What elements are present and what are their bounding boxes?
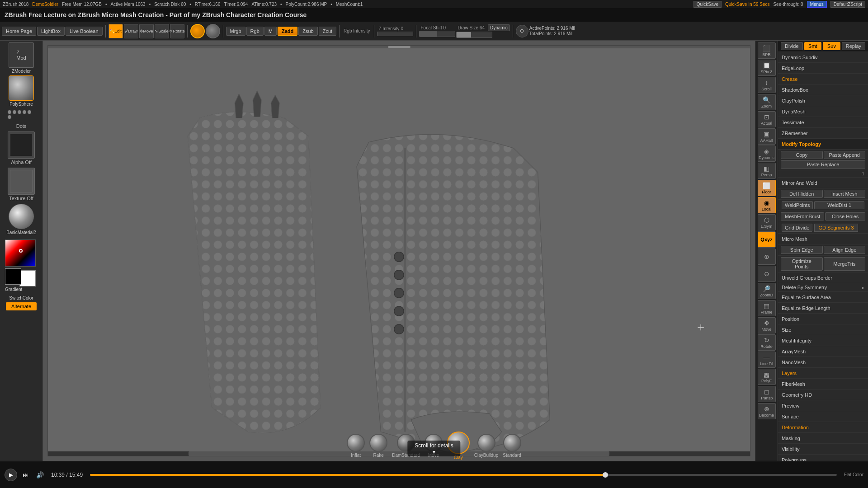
optimize-points-button[interactable]: Optimize Points [781, 257, 823, 271]
dynamesh-item[interactable]: DynaMesh [778, 106, 868, 117]
masking-item[interactable]: Masking [778, 433, 868, 444]
actual-button[interactable]: ⊡ Actual [758, 111, 776, 127]
rotate-button[interactable]: ↻ Rotate [170, 24, 184, 38]
rgb-button[interactable]: Rgb [246, 27, 264, 36]
micro-mesh-item[interactable]: Micro Mesh [778, 234, 868, 244]
fiber-mesh-item[interactable]: FiberMesh [778, 379, 868, 389]
merge-tris-button[interactable]: MergeTris [824, 257, 866, 271]
become-button[interactable]: ⊛ Become [758, 403, 776, 419]
surface-item[interactable]: Surface [778, 411, 868, 422]
copy-button[interactable]: Copy [781, 151, 823, 159]
mirror-and-weld-item[interactable]: Mirror And Weld [778, 178, 868, 188]
top-overlay-thumb[interactable] [388, 46, 410, 48]
default-zscript-button[interactable]: DefaultZScript [830, 1, 865, 8]
material-mode-circle[interactable] [206, 24, 220, 38]
polyf-button[interactable]: ▩ PolyF [758, 369, 776, 385]
grid-divide-button[interactable]: Grid Divide [782, 224, 812, 232]
qxyz-button[interactable]: Qxyz [758, 231, 776, 248]
texture-off-section[interactable]: Texture Off [8, 168, 35, 202]
tessimate-item[interactable]: Tessimate [778, 117, 868, 128]
color-gradient[interactable] [5, 239, 36, 267]
paste-append-button[interactable]: Paste Append [824, 151, 866, 159]
menus-button[interactable]: Menus [807, 1, 827, 8]
spix-button[interactable]: 🔲 SPix 3 [758, 60, 776, 76]
lightbox-button[interactable]: LightBox [37, 27, 65, 36]
polysphere-tool[interactable]: PolySphere [3, 75, 39, 107]
move-vtool-button[interactable]: ✥ Move [758, 317, 776, 333]
m-button[interactable]: M [264, 27, 277, 36]
dynamic-vtool-button[interactable]: ◈ Dynamic [758, 145, 776, 162]
position-item[interactable]: Position [778, 314, 868, 324]
visibility-item[interactable]: Visibility [778, 444, 868, 455]
background-swatch[interactable] [19, 270, 36, 286]
color-picker[interactable]: Gradient [5, 239, 38, 292]
edit-button[interactable]: ✏️ Edit [108, 24, 123, 38]
mesh-from-brust-button[interactable]: MeshFromBrust [781, 212, 824, 221]
preview-item[interactable]: Preview [778, 400, 868, 411]
polygroups-item[interactable]: Polygroups [778, 455, 868, 461]
claypolish-item[interactable]: ClayPolish [778, 95, 868, 106]
zoom-button[interactable]: 🔍 Zoom [758, 94, 776, 110]
equalize-edge-length-item[interactable]: Equalize Edge Length [778, 303, 868, 314]
alternate-button[interactable]: Alternate [6, 302, 37, 310]
brush-standard[interactable]: Standard [503, 434, 521, 458]
local-button[interactable]: ◉ Local [758, 197, 776, 213]
nano-mesh-item[interactable]: NanoMesh [778, 357, 868, 368]
dynamic-button[interactable]: Dynamic [488, 24, 510, 31]
transp-button[interactable]: ◻ Transp [758, 386, 776, 402]
deformation-item[interactable]: Deformation [778, 422, 868, 433]
material-section[interactable]: BasicMaterial2 [6, 204, 36, 236]
rotate-vtool-button[interactable]: ↻ Rotate [758, 334, 776, 351]
canvas-viewport[interactable] [47, 45, 750, 456]
foreground-swatch[interactable] [5, 268, 21, 285]
mesh-integrity-item[interactable]: MeshIntegrity [778, 335, 868, 346]
brush-inflat[interactable]: Inflat [347, 434, 365, 458]
align-edge-button[interactable]: Align Edge [824, 246, 866, 254]
live-boolean-button[interactable]: Live Boolean [66, 27, 103, 36]
alpha-off-section[interactable]: Alpha Off [8, 131, 35, 166]
scroll-button[interactable]: ↕ Scroll [758, 77, 776, 93]
close-holes-button[interactable]: Close Holes [825, 212, 865, 221]
layers-item[interactable]: Layers [778, 368, 868, 379]
mrgb-button[interactable]: Mrgb [226, 27, 245, 36]
canvas-area[interactable] [43, 41, 755, 461]
volume-button[interactable]: 🔊 [34, 470, 46, 479]
del-hidden-button[interactable]: Del Hidden [781, 190, 823, 198]
persp-button[interactable]: ◧ Persp [758, 163, 776, 179]
brush-claybuildup[interactable]: ClayBuildup [474, 434, 498, 458]
weld-points-button[interactable]: WeldPoints [782, 201, 813, 209]
suv-button[interactable]: Suv [823, 42, 840, 50]
smt-button[interactable]: Smt [804, 42, 822, 50]
linefill-button[interactable]: — Line Fil [758, 352, 776, 368]
edgeloop-item[interactable]: EdgeLoop [778, 63, 868, 74]
equalize-surface-area-item[interactable]: Equalize Surface Area [778, 292, 868, 303]
floor-button[interactable]: ⬜ Floor [758, 180, 776, 196]
bpr-button[interactable]: ⬛ BPR [758, 42, 776, 59]
scale-button[interactable]: ⤡ Scale [155, 24, 169, 38]
weld-dist-button[interactable]: WeldDist 1 [814, 201, 864, 209]
zadd-button[interactable]: Zadd [278, 27, 297, 36]
aahalf-button[interactable]: ▣ AAHalf [758, 128, 776, 145]
lsym-button[interactable]: ⬡ L.Sym [758, 214, 776, 230]
video-progress-bar[interactable] [90, 474, 837, 476]
zoom-out-button[interactable]: ⊖ [758, 266, 776, 282]
fg-bg-swatches[interactable] [5, 268, 36, 286]
modify-topology-item[interactable]: Modify Topology [778, 139, 868, 150]
zoom-in-button[interactable]: ⊕ [758, 249, 776, 265]
dynamic-subdiv-item[interactable]: Dynamic Subdiv [778, 52, 868, 63]
geometry-hd-item[interactable]: Geometry HD [778, 389, 868, 400]
z-intensity-slider[interactable] [377, 32, 413, 36]
brush-rake[interactable]: Rake [369, 434, 387, 458]
replay-button[interactable]: Replay [842, 42, 865, 50]
crease-item[interactable]: Crease [778, 74, 868, 84]
brush-mode-circle[interactable] [190, 24, 205, 38]
move-button[interactable]: ✥ Move [139, 24, 154, 38]
zremesher-item[interactable]: ZRemesher [778, 128, 868, 139]
material-sphere[interactable] [9, 204, 34, 229]
home-page-button[interactable]: Home Page [2, 27, 36, 36]
draw-button[interactable]: 🖊 Draw [124, 24, 138, 38]
skip-forward-button[interactable]: ⏭ [21, 470, 31, 479]
draw-size-slider[interactable] [456, 32, 492, 38]
frame-button[interactable]: ▦ Frame [758, 300, 776, 316]
focal-shift-slider[interactable] [419, 31, 455, 37]
